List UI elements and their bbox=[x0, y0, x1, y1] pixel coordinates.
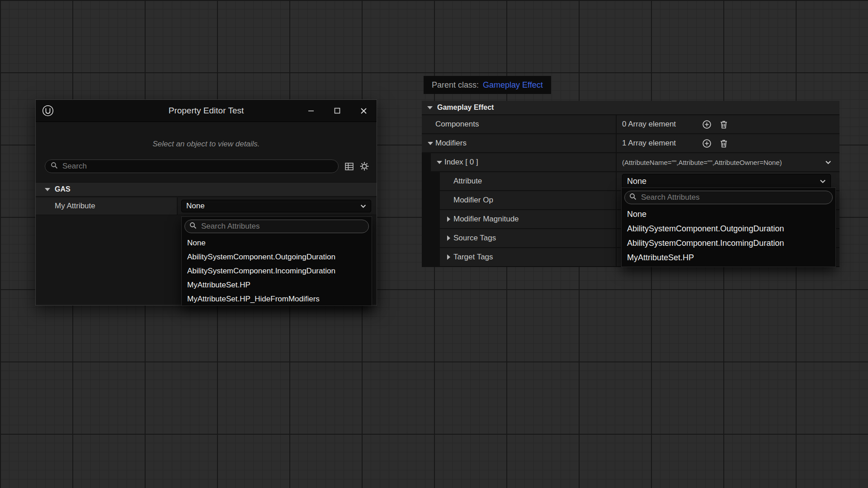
expander-source-tags-icon[interactable] bbox=[447, 235, 450, 241]
my-attribute-value-cell: None bbox=[178, 197, 377, 215]
search-input[interactable] bbox=[61, 161, 333, 171]
dropdown-item[interactable]: None bbox=[622, 207, 835, 221]
modifier-op-label-cell: Modifier Op bbox=[440, 191, 617, 209]
attribute-combobox-value: None bbox=[627, 177, 646, 186]
index-0-value-cell: (AttributeName="",Attribute="",Attribute… bbox=[617, 153, 840, 171]
expander-index-0-icon[interactable] bbox=[437, 161, 442, 164]
modifiers-row: Modifiers 1 Array element bbox=[422, 134, 840, 152]
attribute-search-input[interactable] bbox=[640, 192, 828, 202]
components-row: Components 0 Array element bbox=[422, 115, 840, 133]
display-options-icon[interactable] bbox=[345, 162, 354, 171]
components-count: 0 Array element bbox=[622, 120, 676, 129]
search-toolbar bbox=[45, 159, 369, 174]
modifier-magnitude-label: Modifier Magnitude bbox=[453, 215, 519, 224]
expander-slot bbox=[434, 161, 444, 164]
dropdown-item[interactable]: MyAttributeSet.HP bbox=[622, 250, 835, 265]
expander-slot bbox=[425, 142, 435, 145]
expander-modifiers-icon[interactable] bbox=[428, 142, 433, 145]
modifiers-label: Modifiers bbox=[435, 139, 467, 148]
dropdown-item[interactable]: AbilitySystemComponent.OutgoingDuration bbox=[182, 250, 372, 264]
maximize-button[interactable] bbox=[324, 100, 350, 122]
my-attribute-combobox-value: None bbox=[186, 202, 205, 211]
attribute-list: None AbilitySystemComponent.OutgoingDura… bbox=[622, 207, 835, 265]
dropdown-item[interactable]: None bbox=[182, 236, 372, 250]
clear-array-button[interactable] bbox=[720, 139, 728, 148]
parent-class-chip: Parent class: Gameplay Effect bbox=[424, 76, 551, 94]
blueprint-grid-background: Property Editor Test Select an object to… bbox=[0, 0, 868, 488]
attribute-picker-dropdown: None AbilitySystemComponent.OutgoingDura… bbox=[621, 188, 836, 267]
my-attribute-label-cell: My Attribute bbox=[36, 197, 178, 215]
dropdown-item[interactable]: AbilitySystemComponent.IncomingDuration bbox=[182, 264, 372, 278]
category-gameplay-effect[interactable]: Gameplay Effect bbox=[422, 101, 840, 114]
search-icon bbox=[629, 193, 637, 202]
add-element-button[interactable] bbox=[702, 120, 712, 129]
dropdown-item[interactable]: MyAttributeSet.HP bbox=[182, 278, 372, 292]
modifier-magnitude-label-cell: Modifier Magnitude bbox=[440, 210, 617, 228]
details-panel: Gameplay Effect Components 0 Array eleme… bbox=[422, 101, 840, 267]
components-value-cell: 0 Array element bbox=[617, 115, 840, 133]
dropdown-item[interactable]: MyAttributeSet.HP_HideFromModifiers bbox=[182, 292, 372, 306]
minimize-button[interactable] bbox=[298, 100, 324, 122]
modifiers-value-cell: 1 Array element bbox=[617, 134, 840, 152]
search-icon bbox=[51, 162, 58, 171]
close-button[interactable] bbox=[350, 100, 377, 122]
index-0-label: Index [ 0 ] bbox=[444, 158, 478, 167]
target-tags-label: Target Tags bbox=[453, 253, 493, 262]
index-0-label-cell: Index [ 0 ] bbox=[431, 153, 617, 171]
expander-target-tags-icon[interactable] bbox=[447, 254, 450, 260]
my-attribute-combobox[interactable]: None bbox=[181, 200, 371, 212]
chevron-down-icon[interactable] bbox=[825, 160, 831, 164]
category-gameplay-effect-label: Gameplay Effect bbox=[437, 103, 494, 112]
index-0-struct-preview: (AttributeName="",Attribute="",Attribute… bbox=[622, 159, 782, 166]
attribute-search-box[interactable] bbox=[184, 220, 369, 233]
dropdown-item[interactable]: AbilitySystemComponent.IncomingDuration bbox=[622, 236, 835, 250]
attribute-label: Attribute bbox=[453, 177, 482, 186]
attribute-picker-dropdown: None AbilitySystemComponent.OutgoingDura… bbox=[181, 216, 372, 306]
category-gas[interactable]: GAS bbox=[36, 182, 377, 197]
property-editor-window: Property Editor Test Select an object to… bbox=[35, 99, 377, 305]
search-icon bbox=[189, 222, 197, 231]
modifiers-label-cell: Modifiers bbox=[422, 134, 617, 152]
expander-slot bbox=[443, 235, 453, 241]
settings-gear-icon[interactable] bbox=[360, 162, 369, 171]
my-attribute-row: My Attribute None bbox=[36, 197, 377, 215]
source-tags-label-cell: Source Tags bbox=[440, 229, 617, 247]
category-gas-label: GAS bbox=[55, 185, 71, 193]
attribute-search-input[interactable] bbox=[200, 221, 364, 231]
parent-class-label: Parent class: bbox=[432, 80, 479, 90]
target-tags-label-cell: Target Tags bbox=[440, 248, 617, 266]
expander-modifier-magnitude-icon[interactable] bbox=[447, 216, 450, 222]
modifiers-count: 1 Array element bbox=[622, 139, 676, 148]
index-0-row: Index [ 0 ] (AttributeName="",Attribute=… bbox=[431, 153, 840, 171]
details-search-box[interactable] bbox=[45, 160, 339, 173]
expander-slot bbox=[443, 254, 453, 260]
source-tags-label: Source Tags bbox=[453, 234, 496, 243]
expander-slot bbox=[443, 216, 453, 222]
chevron-down-icon bbox=[820, 179, 826, 183]
attribute-label-cell: Attribute bbox=[440, 172, 617, 190]
window-controls bbox=[298, 100, 377, 122]
dropdown-item[interactable]: AbilitySystemComponent.OutgoingDuration bbox=[622, 221, 835, 236]
expander-gameplay-effect-icon[interactable] bbox=[427, 106, 433, 109]
expander-gas-icon[interactable] bbox=[45, 188, 50, 191]
empty-selection-hint: Select an object to view details. bbox=[36, 140, 377, 149]
attribute-search-box[interactable] bbox=[624, 191, 833, 204]
chevron-down-icon bbox=[360, 204, 366, 208]
unreal-logo-icon bbox=[42, 105, 54, 117]
attribute-combobox[interactable]: None bbox=[622, 174, 831, 188]
my-attribute-label: My Attribute bbox=[55, 202, 95, 211]
window-titlebar[interactable]: Property Editor Test bbox=[36, 100, 377, 122]
clear-array-button[interactable] bbox=[720, 120, 728, 129]
modifier-op-label: Modifier Op bbox=[453, 196, 493, 205]
components-label-cell: Components bbox=[422, 115, 617, 133]
add-element-button[interactable] bbox=[702, 139, 712, 148]
components-label: Components bbox=[435, 120, 479, 129]
attribute-list: None AbilitySystemComponent.OutgoingDura… bbox=[182, 236, 372, 306]
parent-class-link[interactable]: Gameplay Effect bbox=[483, 80, 543, 90]
